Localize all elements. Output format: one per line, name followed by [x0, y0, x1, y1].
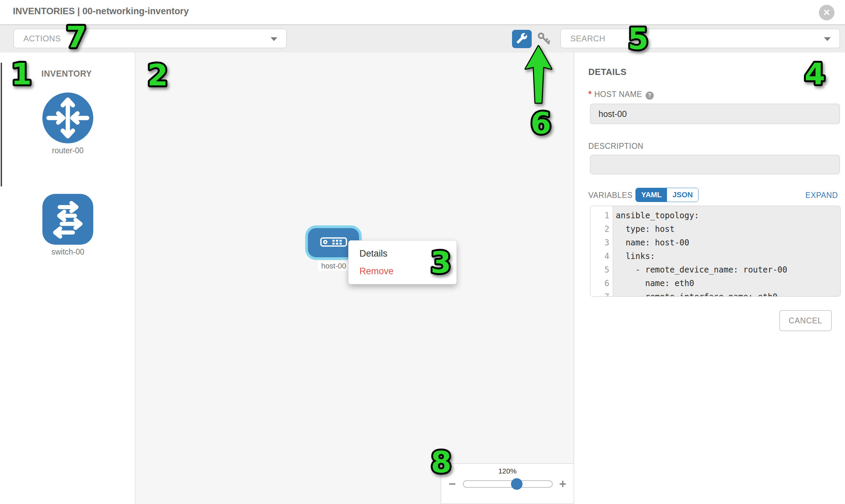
- description-label-row: DESCRIPTION: [588, 142, 644, 151]
- chevron-down-icon: [824, 37, 831, 41]
- page-title: INVENTORIES | 00-networking-inventory: [13, 6, 189, 17]
- zoom-out-button[interactable]: −: [448, 478, 456, 490]
- editor-line-numbers: 1 2 3 4 5 6 7: [591, 206, 613, 296]
- variables-format-toggle: YAML JSON: [635, 188, 699, 202]
- cancel-button[interactable]: CANCEL: [779, 310, 832, 331]
- host-node-label: host-00: [318, 261, 349, 271]
- zoom-level-value: 120%: [441, 467, 574, 475]
- json-toggle-button[interactable]: JSON: [667, 188, 698, 202]
- line-number: 3: [591, 236, 609, 250]
- zoom-slider-track[interactable]: [463, 480, 553, 488]
- line-number: 4: [591, 250, 609, 263]
- key-icon: [536, 31, 552, 48]
- code-line: type: host: [616, 222, 787, 236]
- line-number: 6: [591, 276, 609, 290]
- close-icon[interactable]: ✕: [819, 5, 834, 20]
- toolbar: ACTIONS: [0, 25, 845, 53]
- sidebar-scrollbar[interactable]: [1, 63, 2, 186]
- router-icon: [42, 92, 93, 143]
- code-line: ansible_topology:: [616, 209, 787, 222]
- help-icon[interactable]: ?: [646, 91, 654, 100]
- zoom-slider-thumb[interactable]: [511, 478, 523, 490]
- variables-label: VARIABLES: [588, 191, 633, 200]
- node-context-menu: Details Remove: [348, 240, 457, 284]
- details-panel-title: DETAILS: [588, 67, 627, 77]
- required-asterisk: *: [588, 89, 592, 98]
- actions-dropdown[interactable]: ACTIONS: [14, 29, 286, 48]
- menu-item-details[interactable]: Details: [349, 245, 456, 262]
- search-dropdown[interactable]: SEARCH: [561, 29, 840, 48]
- host-name-label-row: *HOST NAME?: [588, 89, 654, 100]
- code-line: links:: [616, 250, 787, 263]
- code-line: name: host-00: [616, 236, 787, 250]
- palette-item-switch[interactable]: switch-00: [42, 194, 93, 256]
- details-panel: DETAILS *HOST NAME? DESCRIPTION VARIABLE…: [575, 53, 845, 504]
- zoom-control-panel: 120% − +: [441, 463, 574, 504]
- line-number: 5: [591, 263, 609, 276]
- line-number: 1: [591, 209, 609, 222]
- code-line: name: eth0: [616, 276, 787, 290]
- yaml-toggle-button[interactable]: YAML: [636, 188, 667, 202]
- configure-tools-button[interactable]: [512, 30, 532, 48]
- line-number: 7: [591, 290, 609, 296]
- zoom-in-button[interactable]: +: [559, 478, 566, 490]
- editor-code-lines: ansible_topology: type: host name: host-…: [613, 206, 787, 296]
- palette-item-label: switch-00: [42, 248, 93, 256]
- line-number: 2: [591, 222, 609, 236]
- menu-item-remove[interactable]: Remove: [349, 262, 456, 280]
- inventory-sidebar: INVENTORY router-00: [0, 53, 135, 504]
- search-dropdown-label: SEARCH: [570, 34, 605, 43]
- host-name-label: HOST NAME: [594, 90, 642, 98]
- switch-icon: [42, 194, 93, 245]
- header-bar: INVENTORIES | 00-networking-inventory ✕: [0, 0, 845, 25]
- description-label: DESCRIPTION: [588, 142, 644, 150]
- topology-canvas[interactable]: host-00 Details Remove 120% − +: [136, 53, 574, 504]
- sidebar-title: INVENTORY: [41, 69, 92, 79]
- actions-dropdown-label: ACTIONS: [23, 34, 61, 43]
- host-name-input[interactable]: [590, 104, 840, 124]
- inventory-topology-view: INVENTORIES | 00-networking-inventory ✕ …: [0, 0, 845, 504]
- description-input[interactable]: [590, 155, 840, 174]
- host-icon: [320, 237, 347, 249]
- code-line: - remote_device_name: router-00: [616, 263, 787, 276]
- expand-link[interactable]: EXPAND: [805, 191, 838, 200]
- palette-item-label: router-00: [42, 146, 93, 155]
- variables-code-editor[interactable]: 1 2 3 4 5 6 7 ansible_topology: type: ho…: [590, 206, 841, 296]
- palette-item-router[interactable]: router-00: [42, 92, 93, 155]
- code-line: remote_interface_name: eth0: [616, 290, 787, 296]
- variables-row: VARIABLES? YAML JSON EXPAND: [588, 191, 838, 206]
- key-credentials-button[interactable]: [536, 31, 552, 48]
- chevron-down-icon: [270, 37, 277, 41]
- wrench-icon: [516, 33, 528, 46]
